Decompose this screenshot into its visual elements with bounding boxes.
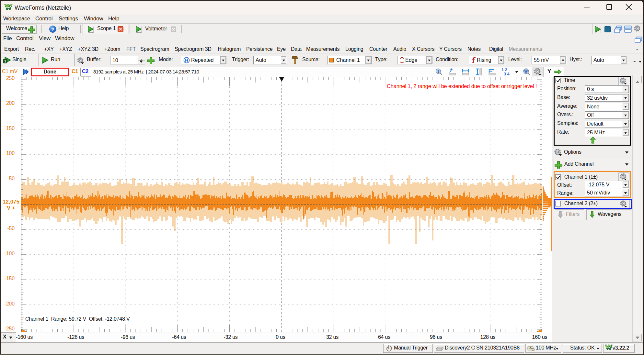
svg-text:1: 1 — [437, 70, 439, 73]
svg-text:?: ? — [51, 27, 54, 32]
svg-text:1: 1 — [4, 59, 6, 63]
